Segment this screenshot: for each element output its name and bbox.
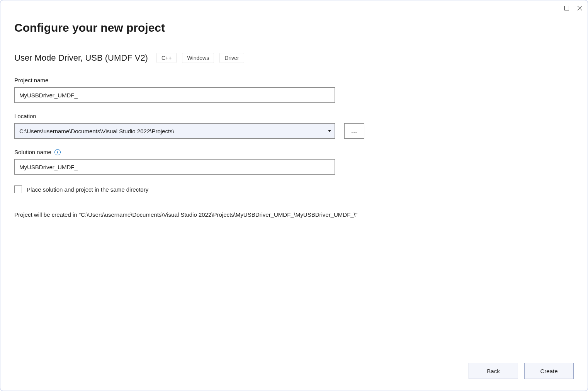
project-name-input[interactable] (14, 87, 335, 103)
solution-name-input[interactable] (14, 159, 335, 175)
solution-name-label-text: Solution name (14, 149, 51, 155)
content-area: Configure your new project User Mode Dri… (0, 16, 588, 355)
footer: Back Create (0, 355, 588, 391)
location-combo[interactable] (14, 123, 335, 139)
titlebar (0, 0, 588, 16)
solution-name-group: Solution name i (14, 149, 574, 175)
same-directory-checkbox[interactable] (14, 185, 22, 193)
maximize-button[interactable] (564, 5, 570, 11)
project-name-group: Project name (14, 77, 574, 103)
maximize-icon (564, 6, 569, 10)
location-label: Location (14, 113, 574, 119)
project-name-label: Project name (14, 77, 574, 83)
same-directory-label: Place solution and project in the same d… (27, 186, 148, 193)
location-group: Location ... (14, 113, 574, 139)
template-name: User Mode Driver, USB (UMDF V2) (14, 53, 148, 63)
tag-cpp: C++ (156, 53, 177, 63)
page-title: Configure your new project (14, 21, 574, 34)
location-input[interactable] (14, 123, 335, 139)
location-row: ... (14, 123, 574, 139)
project-path-info: Project will be created in "C:\Users\use… (14, 210, 362, 219)
solution-name-label: Solution name i (14, 149, 574, 155)
create-button[interactable]: Create (524, 363, 574, 379)
template-tags: C++ Windows Driver (156, 53, 244, 63)
tag-driver: Driver (219, 53, 244, 63)
same-directory-row: Place solution and project in the same d… (14, 185, 574, 193)
dialog-window: Configure your new project User Mode Dri… (0, 0, 588, 391)
close-button[interactable] (577, 5, 583, 11)
tag-windows: Windows (182, 53, 214, 63)
template-row: User Mode Driver, USB (UMDF V2) C++ Wind… (14, 53, 574, 63)
browse-button[interactable]: ... (344, 123, 364, 139)
close-icon (577, 5, 583, 11)
info-icon[interactable]: i (54, 149, 61, 155)
back-button[interactable]: Back (469, 363, 518, 379)
